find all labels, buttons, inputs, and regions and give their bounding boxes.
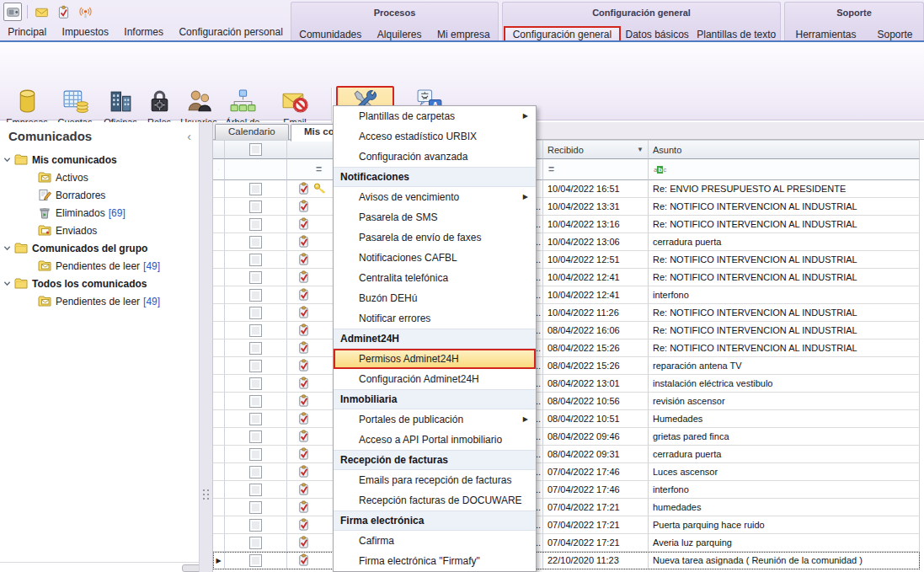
row-checkbox-cell[interactable] [225, 410, 287, 428]
collapse-sidebar-icon[interactable]: ‹ [187, 130, 191, 143]
menu-item-configuraci-n-adminet24h[interactable]: Configuración Adminet24H [334, 369, 536, 389]
ribbon-tab-configuraci-n-personal[interactable]: Configuración personal [175, 25, 286, 39]
menu-item-plantillas-de-carpetas[interactable]: Plantillas de carpetas▶ [334, 106, 536, 126]
ribbon-tab-comunidades[interactable]: Comunidades [296, 28, 365, 41]
menu-item-portales-de-publicaci-n[interactable]: Portales de publicación▶ [334, 409, 536, 430]
menu-item-notificaciones-cafbl[interactable]: Notificaciones CAFBL [334, 248, 536, 268]
row-checkbox-cell[interactable] [225, 499, 287, 516]
table-row[interactable]: ..08/04/2022 09:46grietas pared finca [213, 428, 920, 446]
row-checkbox-cell[interactable] [225, 251, 287, 269]
filter-dropdown-icon[interactable]: ▼ [637, 146, 644, 153]
table-row[interactable]: ..10/04/2022 11:26Re: NOTIFICO INTERVENC… [213, 304, 920, 322]
table-row[interactable]: ..07/04/2022 17:21humedades [213, 499, 920, 516]
ribbon-tab-herramientas[interactable]: Herramientas [792, 28, 859, 41]
tree-item-eliminados[interactable]: Eliminados[69] [0, 204, 199, 222]
tree-item-todos-los-comunicados[interactable]: Todos los comunicados [0, 275, 199, 292]
tree-item-pendientes-de-leer[interactable]: Pendientes de leer[49] [0, 292, 199, 310]
table-row[interactable]: ..07/04/2022 17:21Averia luz parquing [213, 534, 920, 552]
row-checkbox-cell[interactable] [225, 446, 287, 463]
row-checkbox-cell[interactable] [225, 339, 287, 357]
filter-checkbox-cell[interactable] [225, 159, 287, 180]
menu-item-pasarela-de-env-o-de-faxes[interactable]: Pasarela de envío de faxes [334, 227, 536, 248]
menu-item-centralita-telef-nica[interactable]: Centralita telefónica [334, 268, 536, 288]
table-row[interactable]: ..08/04/2022 13:01instalación eléctrica … [213, 375, 920, 393]
grid-header-recibido[interactable]: Recibido▼ [543, 140, 649, 159]
row-checkbox[interactable] [249, 484, 262, 496]
row-checkbox[interactable] [249, 413, 262, 425]
row-checkbox-cell[interactable] [225, 286, 287, 304]
row-checkbox[interactable] [249, 430, 262, 443]
table-row[interactable]: ..10/04/2022 13:31Re: NOTIFICO INTERVENC… [213, 198, 920, 216]
row-checkbox[interactable] [249, 377, 262, 390]
row-checkbox-cell[interactable] [225, 357, 287, 375]
row-checkbox[interactable] [249, 236, 262, 249]
qat-tasks-icon[interactable] [55, 3, 72, 20]
table-row[interactable]: ..10/04/2022 12:41Re: NOTIFICO INTERVENC… [213, 269, 920, 286]
qat-device-icon[interactable] [3, 3, 22, 21]
ribbon-tab-informes[interactable]: Informes [120, 25, 167, 39]
menu-item-cafirma[interactable]: Cafirma [334, 531, 536, 551]
table-row[interactable]: ..10/04/2022 12:41interfono [213, 286, 920, 304]
filter-recibido-cell[interactable]: = [543, 159, 649, 180]
table-row[interactable]: ..07/04/2022 17:46interfono [213, 481, 920, 499]
table-row[interactable]: ..08/04/2022 15:26reparación antena TV [213, 357, 920, 375]
row-checkbox-cell[interactable] [225, 180, 287, 198]
table-row[interactable]: ..08/04/2022 15:26Re: NOTIFICO INTERVENC… [213, 339, 920, 357]
menu-item-buz-n-deh-[interactable]: Buzón DEHú [334, 288, 536, 308]
row-checkbox-cell[interactable] [225, 304, 287, 322]
menu-item-permisos-adminet24h[interactable]: Permisos Adminet24H [334, 349, 536, 369]
row-checkbox-cell[interactable] [225, 463, 287, 481]
ribbon-tab-alquileres[interactable]: Alquileres [374, 28, 425, 41]
row-checkbox[interactable] [249, 466, 262, 478]
row-checkbox[interactable] [249, 183, 262, 195]
row-checkbox[interactable] [249, 218, 262, 231]
table-row[interactable]: ..07/04/2022 17:46Luces ascensor [213, 463, 920, 481]
row-checkbox[interactable] [249, 342, 262, 355]
table-row[interactable]: 10/04/2022 16:51Re: ENVIO PRESUPUESTO AL… [213, 180, 920, 198]
row-checkbox-cell[interactable] [225, 216, 287, 233]
menu-item-emails-para-recepci-n-de-facturas[interactable]: Emails para recepción de facturas [334, 470, 536, 490]
table-row[interactable]: ▶22/10/2020 11:23Nueva tarea asignada ( … [213, 552, 920, 569]
menu-item-avisos-de-vencimiento[interactable]: Avisos de vencimiento▶ [334, 187, 536, 207]
tree-item-activos[interactable]: Activos [0, 168, 199, 186]
row-checkbox-cell[interactable] [225, 481, 287, 499]
expand-icon[interactable] [3, 244, 14, 252]
row-checkbox-cell[interactable] [225, 375, 287, 393]
row-checkbox[interactable] [249, 501, 262, 514]
row-checkbox[interactable] [249, 271, 262, 284]
table-row[interactable]: ..07/04/2022 17:21Puerta parquing hace r… [213, 516, 920, 534]
tree-item-enviados[interactable]: Enviados [0, 222, 199, 239]
row-checkbox[interactable] [249, 254, 262, 266]
splitter[interactable] [199, 122, 213, 572]
menu-item-acceso-a-api-portal-inmobiliario[interactable]: Acceso a API Portal inmobiliario [334, 430, 536, 450]
tree-item-pendientes-de-leer[interactable]: Pendientes de leer[49] [0, 257, 199, 275]
ribbon-tab-soporte[interactable]: Soporte [873, 28, 916, 41]
table-row[interactable]: ..08/04/2022 10:51Humedades [213, 410, 920, 428]
table-row[interactable]: ..08/04/2022 10:56revisión ascensor [213, 393, 920, 410]
row-checkbox-cell[interactable] [225, 552, 287, 569]
sidebar-hscrollbar[interactable] [0, 562, 199, 572]
table-row[interactable]: ..10/04/2022 13:06cerradura puerta [213, 233, 920, 251]
ribbon-tab-plantillas-de-texto[interactable]: Plantillas de texto [693, 28, 779, 41]
row-checkbox[interactable] [249, 289, 262, 302]
tree-item-borradores[interactable]: Borradores [0, 186, 199, 204]
grid-header-checkbox-cell[interactable] [225, 140, 287, 159]
row-checkbox-cell[interactable] [225, 322, 287, 339]
table-row[interactable]: ..08/04/2022 16:06Re: NOTIFICO INTERVENC… [213, 322, 920, 339]
row-checkbox[interactable] [249, 537, 262, 549]
ribbon-tab-datos-b-sicos[interactable]: Datos básicos [622, 28, 692, 41]
row-checkbox-cell[interactable] [225, 534, 287, 552]
row-checkbox-cell[interactable] [225, 428, 287, 446]
ribbon-tab-mi-empresa[interactable]: Mi empresa [434, 28, 494, 41]
tree-item-comunicados-del-grupo[interactable]: Comunicados del grupo [0, 239, 199, 257]
row-checkbox[interactable] [249, 324, 262, 337]
expand-icon[interactable] [3, 280, 14, 287]
filter-asunto-cell[interactable]: abc [649, 159, 920, 180]
select-all-checkbox[interactable] [249, 143, 262, 156]
qat-broadcast-icon[interactable] [77, 3, 93, 20]
qat-mail-icon[interactable] [33, 3, 50, 20]
table-row[interactable]: ..10/04/2022 12:51Re: NOTIFICO INTERVENC… [213, 251, 920, 269]
row-checkbox[interactable] [249, 554, 262, 567]
menu-item-firma-electr-nica-firmafy-[interactable]: Firma electrónica "Firmafy" [334, 551, 536, 571]
row-checkbox[interactable] [249, 519, 262, 532]
